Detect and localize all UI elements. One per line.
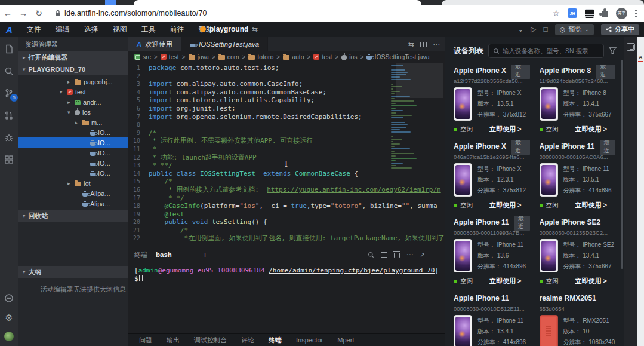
- terminal-trash-icon[interactable]: [394, 253, 400, 258]
- extensions-puzzle-icon[interactable]: [602, 11, 608, 17]
- menu-item-1[interactable]: 编辑: [48, 22, 77, 37]
- explorer-icon[interactable]: [3, 43, 15, 55]
- editor-more-icon[interactable]: ⋯: [433, 40, 440, 48]
- panel-tab-3[interactable]: 评论: [241, 336, 254, 345]
- breadcrumb-item-2[interactable]: java: [189, 53, 209, 60]
- tree-item-0[interactable]: ▸pageobj...: [18, 76, 128, 87]
- new-terminal-icon[interactable]: +: [203, 250, 208, 259]
- device-panel: 设备列表 Apple iPhone X最近a12f377d228b3566cda…: [445, 37, 624, 346]
- terminal-maximize-icon[interactable]: ↗: [420, 252, 425, 258]
- breadcrumb-item-6[interactable]: test: [313, 53, 332, 60]
- url-text[interactable]: ide.antfin-inc.com/solomon/mobileauto/70: [64, 9, 207, 17]
- terminal-more-icon[interactable]: ⋯: [406, 250, 414, 259]
- panel-tab-5[interactable]: Inspector: [296, 336, 323, 344]
- project-switch-icon[interactable]: ⇆: [252, 25, 258, 33]
- status-label: 空闲: [546, 201, 559, 210]
- user-avatar[interactable]: [4, 332, 14, 341]
- pull-request-icon[interactable]: [3, 109, 15, 121]
- extension-badge-blue[interactable]: JH: [568, 8, 577, 18]
- terminal-minimize-icon[interactable]: —: [432, 250, 439, 259]
- use-now-link[interactable]: 立即使用 >: [575, 201, 607, 210]
- device-panel-scrollbar[interactable]: [621, 60, 623, 269]
- tree-item-8[interactable]: IO...: [18, 158, 128, 168]
- breadcrumb-item-4[interactable]: totoro: [248, 53, 273, 60]
- tree-item-4[interactable]: ▸m...: [18, 117, 128, 127]
- tree-item-3[interactable]: ▾ios: [18, 107, 128, 117]
- browser-active-tab[interactable]: [134, 0, 421, 5]
- tree-item-10[interactable]: ▸iot: [18, 178, 128, 188]
- chevron-down-icon[interactable]: ⌄: [517, 25, 523, 33]
- tree-item-1[interactable]: ▾test: [18, 87, 128, 97]
- browser-menu-icon[interactable]: [635, 10, 637, 17]
- panel-tab-6[interactable]: Mperf: [337, 336, 354, 344]
- use-now-link[interactable]: 立即使用 >: [575, 125, 607, 134]
- extensions-icon[interactable]: [3, 154, 15, 166]
- terminal-tab-bash[interactable]: bash: [156, 251, 172, 258]
- panel-tab-0[interactable]: 问题: [139, 336, 152, 345]
- panel-tab-1[interactable]: 输出: [167, 336, 180, 345]
- settings-gear-icon[interactable]: ⚙: [5, 313, 13, 323]
- use-now-link[interactable]: 立即使用 >: [489, 125, 521, 134]
- code-editor[interactable]: 1package com.totoro.auto.test.ios;23impo…: [128, 62, 445, 247]
- bookmark-star-icon[interactable]: ☆: [552, 8, 560, 18]
- terminal-output[interactable]: [admin@egumomng-eu95-100083096184 /home/…: [128, 262, 445, 333]
- breadcrumb-item-0[interactable]: src: [134, 53, 151, 60]
- tree-item-11[interactable]: Alipa...: [18, 188, 128, 198]
- project-switcher[interactable]: playground ⇆: [200, 22, 258, 37]
- section-recycle[interactable]: ▾ 回收站: [18, 210, 128, 222]
- device-filter-icon[interactable]: [609, 47, 617, 54]
- tree-item-6[interactable]: IO...: [18, 137, 128, 148]
- debug-icon[interactable]: [3, 131, 15, 143]
- section-project[interactable]: ▾ PLAYGROUND_70: [18, 63, 128, 75]
- page-scrollbar[interactable]: A: [637, 37, 644, 346]
- code-line: 15 /*: [128, 177, 445, 186]
- breadcrumb-item-7[interactable]: ios: [341, 53, 357, 60]
- use-now-link[interactable]: 立即使用 >: [489, 201, 521, 210]
- browser-other-tab[interactable]: [442, 0, 644, 5]
- minimap-slider[interactable]: [396, 63, 443, 98]
- preview-button[interactable]: ◎ 预览 ⌄: [555, 24, 594, 35]
- tree-item-9[interactable]: IO...: [18, 168, 128, 178]
- menu-item-3[interactable]: 视图: [106, 22, 134, 37]
- search-icon[interactable]: [3, 65, 15, 77]
- browser-profile-avatar[interactable]: 芬平: [616, 8, 627, 19]
- forward-icon[interactable]: →: [16, 8, 31, 18]
- stop-icon[interactable]: □: [544, 25, 548, 33]
- back-icon[interactable]: ←: [0, 8, 16, 18]
- feedback-comment-icon[interactable]: [3, 292, 15, 304]
- breadcrumb-item-8[interactable]: IOSSettingTest.java: [366, 53, 429, 60]
- tree-item-7[interactable]: IO...: [18, 148, 128, 158]
- device-panel-toggle-icon[interactable]: [627, 43, 635, 51]
- browser-tab-favicon[interactable]: [105, 0, 116, 5]
- use-now-link[interactable]: 立即使用 >: [489, 277, 521, 286]
- breadcrumb-item-3[interactable]: com: [218, 53, 239, 60]
- tree-item-2[interactable]: ▸andr...: [18, 97, 128, 107]
- run-icon[interactable]: ▷: [531, 25, 536, 33]
- device-search-input[interactable]: [503, 47, 599, 54]
- terminal-split-icon[interactable]: [381, 252, 387, 258]
- section-open-editors[interactable]: ▸ 打开的编辑器: [18, 51, 128, 63]
- tree-item-5[interactable]: IO...: [18, 127, 128, 137]
- section-outline[interactable]: ▾ 大纲: [18, 266, 128, 278]
- java-icon: [90, 152, 95, 156]
- breadcrumb-item-1[interactable]: test: [161, 53, 179, 60]
- device-search-box[interactable]: [488, 44, 604, 58]
- panel-tab-2[interactable]: 调试控制台: [194, 336, 227, 345]
- menu-item-5[interactable]: 前往: [163, 22, 192, 37]
- reload-icon[interactable]: ↻: [31, 8, 47, 18]
- terminal-search-icon[interactable]: [368, 252, 374, 258]
- split-editor-icon[interactable]: [420, 42, 427, 47]
- tree-item-12[interactable]: Alipa...: [18, 198, 128, 209]
- breadcrumb-item-5[interactable]: auto: [283, 53, 304, 60]
- sync-editor-icon[interactable]: ⇆: [408, 40, 414, 48]
- share-button[interactable]: 分享中: [601, 24, 639, 35]
- editor-tab-1[interactable]: IOSSettingTest.java: [181, 37, 268, 51]
- menu-item-0[interactable]: 文件: [20, 22, 48, 37]
- menu-item-2[interactable]: 选择: [77, 22, 106, 37]
- menu-item-4[interactable]: 工具: [134, 22, 163, 37]
- editor-tab-0[interactable]: A欢迎使用: [128, 37, 181, 51]
- use-now-link[interactable]: 立即使用 >: [575, 277, 607, 286]
- source-control-icon[interactable]: 5: [3, 87, 15, 99]
- panel-tab-4[interactable]: 终端: [269, 336, 282, 345]
- extension-badge-black[interactable]: [585, 9, 594, 18]
